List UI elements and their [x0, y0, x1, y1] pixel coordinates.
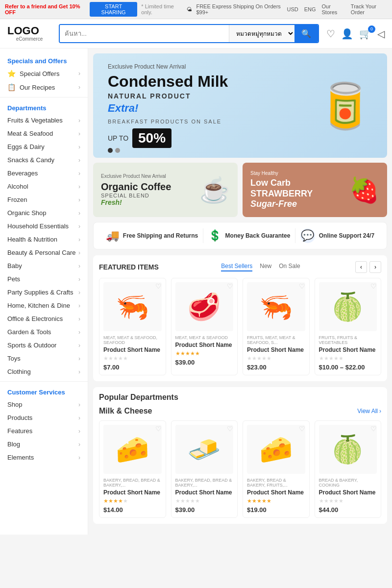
wishlist-icon[interactable]: ♡	[326, 28, 335, 40]
chevron-right-icon: ›	[78, 236, 80, 243]
product-wishlist-icon[interactable]: ♡	[155, 282, 162, 290]
sidebar-item-products[interactable]: Products ›	[0, 411, 88, 424]
product-wishlist-icon[interactable]: ♡	[370, 425, 377, 433]
chevron-right-icon: ›	[78, 428, 80, 435]
product-image: 🧀	[247, 425, 305, 474]
product-card-1[interactable]: 🧈 ♡ BAKERY, BREAD, BREAD & BAKERY,... Pr…	[171, 420, 238, 518]
product-card-3[interactable]: 🍈 ♡ FRUITS, FRUITS & VEGETABLES Product …	[315, 278, 382, 375]
sidebar-item-fruits-&-vegetables[interactable]: Fruits & Vegetables ›	[0, 114, 88, 127]
limited-text: * Limited time only.	[141, 3, 183, 15]
sidebar-item-special-offers[interactable]: ⭐ Special Offers ›	[0, 67, 88, 80]
product-image: 🦐	[247, 282, 305, 331]
product-card-3[interactable]: 🍈 ♡ BREAD & BAKERY, COOKING Product Shor…	[315, 420, 382, 518]
sidebar-item-organic-shop[interactable]: Organic Shop ›	[0, 206, 88, 220]
tab-best-sellers[interactable]: Best Sellers	[221, 263, 252, 271]
tab-on-sale[interactable]: On Sale	[279, 263, 300, 271]
search-button[interactable]: 🔍	[294, 25, 318, 42]
sidebar-label-special-offers: Special Offers	[20, 70, 59, 77]
hero-dot-2[interactable]	[115, 148, 120, 153]
chevron-right-icon: ›	[78, 289, 80, 296]
sidebar-item-clothing[interactable]: Clothing ›	[0, 365, 88, 378]
sub-banner-organic-coffee[interactable]: Exclusive Product New Arrival Organic Co…	[93, 163, 238, 217]
product-card-2[interactable]: 🧀 ♡ BAKERY, BREAD & BAKERY, FRUITS,... P…	[243, 420, 310, 518]
currency-select[interactable]: USD	[287, 6, 298, 12]
trust-divider-1	[203, 228, 203, 243]
sidebar-item-eggs-&-dairy[interactable]: Eggs & Dairy ›	[0, 140, 88, 153]
main-layout: Specials and Offers ⭐ Special Offers › 📋…	[0, 49, 392, 535]
search-input[interactable]	[60, 25, 229, 42]
sidebar-item-toys[interactable]: Toys ›	[0, 352, 88, 365]
tab-new[interactable]: New	[260, 263, 271, 271]
product-wishlist-icon[interactable]: ♡	[370, 282, 377, 290]
product-name: Product Short Name	[175, 489, 234, 496]
product-category: BAKERY, BREAD, BREAD & BAKERY,...	[175, 478, 234, 488]
chevron-right-icon: ›	[78, 263, 80, 270]
sidebar-item-label: Eggs & Dairy	[7, 143, 45, 150]
sub-banner-strawberry[interactable]: Stay Healthy Low CarbSTRAWBERRY Sugar-Fr…	[243, 163, 387, 217]
featured-next-button[interactable]: ›	[369, 261, 381, 273]
sidebar-item-baby[interactable]: Baby ›	[0, 259, 88, 272]
language-select[interactable]: ENG	[304, 6, 316, 12]
product-image: 🦐	[103, 282, 162, 331]
search-category-select[interactable]: หมวดหมู่ทุกหมวด	[229, 25, 294, 42]
sidebar-item-health-&-nutrition[interactable]: Health & Nutrition ›	[0, 233, 88, 246]
logo[interactable]: LOGO eCommerce	[7, 25, 51, 42]
product-card-0[interactable]: 🧀 ♡ BAKERY, BREAD, BREAD & BAKERY,... Pr…	[99, 420, 166, 518]
sidebar-item-shop[interactable]: Shop ›	[0, 398, 88, 411]
product-card-2[interactable]: 🦐 ♡ FRUITS, MEAT, MEAT & SEAFOOD, S... P…	[243, 278, 310, 375]
star-4: ★	[195, 498, 200, 504]
sidebar-item-elements[interactable]: Elements ›	[0, 451, 88, 464]
product-wishlist-icon[interactable]: ♡	[227, 282, 233, 290]
sidebar-item-label: Toys	[7, 355, 21, 362]
sidebar-item-our-recipes[interactable]: 📋 Our Recipes ›	[0, 80, 88, 94]
product-stars: ★★★★★	[319, 498, 377, 504]
product-card-0[interactable]: 🦐 ♡ MEAT, MEAT & SEAFOOD, SEAFOOD Produc…	[99, 278, 166, 375]
start-sharing-button[interactable]: START SHARING	[90, 2, 137, 17]
hero-upto-text: UP TO	[108, 134, 128, 142]
sidebar-item-office-&-electronics[interactable]: Office & Electronics ›	[0, 312, 88, 325]
product-name: Product Short Name	[175, 342, 234, 348]
product-wishlist-icon[interactable]: ♡	[299, 425, 305, 433]
product-image: 🍈	[319, 425, 377, 474]
sidebar-item-features[interactable]: Features ›	[0, 424, 88, 438]
view-all-link[interactable]: View All ›	[357, 408, 381, 415]
sidebar-item-pets[interactable]: Pets ›	[0, 272, 88, 286]
sidebar-item-meat-&-seafood[interactable]: Meat & Seafood ›	[0, 127, 88, 140]
featured-prev-button[interactable]: ‹	[355, 261, 367, 273]
product-card-1[interactable]: 🥩 ♡ MEAT, MEAT & SEAFOOD Product Short N…	[171, 278, 238, 375]
cart-icon[interactable]: 🛒 0	[359, 28, 371, 40]
refer-text: Refer to a friend and Get 10% OFF	[5, 3, 86, 15]
hero-dot-1[interactable]	[108, 148, 113, 153]
sidebar-item-blog[interactable]: Blog ›	[0, 438, 88, 451]
sidebar-item-beauty-&-personal-care[interactable]: Beauty & Personal Care ›	[0, 246, 88, 259]
sidebar-item-household-essentials[interactable]: Household Essentials ›	[0, 220, 88, 233]
featured-products-grid: 🦐 ♡ MEAT, MEAT & SEAFOOD, SEAFOOD Produc…	[99, 278, 381, 375]
shipping-icon: 🌤	[187, 6, 192, 12]
sidebar-item-garden-&-tools[interactable]: Garden & Tools ›	[0, 325, 88, 339]
star-2: ★	[329, 498, 334, 504]
star-3: ★	[118, 355, 123, 361]
star-3: ★	[190, 498, 195, 504]
product-wishlist-icon[interactable]: ♡	[227, 425, 233, 433]
sidebar-item-home,-kitchen-&-dine[interactable]: Home, Kitchen & Dine ›	[0, 299, 88, 312]
product-name: Product Short Name	[247, 489, 305, 496]
sidebar-item-frozen[interactable]: Frozen ›	[0, 193, 88, 206]
sidebar-item-beverages[interactable]: Beverages ›	[0, 167, 88, 180]
track-order-link[interactable]: Track Your Order	[351, 3, 387, 15]
stores-link[interactable]: Our Stores	[322, 3, 345, 15]
product-wishlist-icon[interactable]: ♡	[155, 425, 162, 433]
sidebar-item-alcohol[interactable]: Alcohol ›	[0, 180, 88, 193]
menu-toggle-icon[interactable]: ◁	[377, 28, 385, 40]
sidebar-item-snacks-&-candy[interactable]: Snacks & Candy ›	[0, 153, 88, 167]
sidebar-item-label: Party Supplies & Crafts	[7, 289, 73, 296]
product-stars: ★★★★★	[103, 355, 162, 362]
star-1: ★	[252, 355, 257, 361]
product-name: Product Short Name	[103, 346, 162, 353]
sidebar-item-party-supplies-&-crafts[interactable]: Party Supplies & Crafts ›	[0, 286, 88, 299]
sidebar-item-sports-&-outdoor[interactable]: Sports & Outdoor ›	[0, 339, 88, 352]
product-price: $19.00	[247, 506, 305, 514]
product-wishlist-icon[interactable]: ♡	[299, 282, 305, 290]
account-icon[interactable]: 👤	[341, 28, 353, 40]
product-category: MEAT, MEAT & SEAFOOD	[175, 335, 234, 340]
sidebar: Specials and Offers ⭐ Special Offers › 📋…	[0, 49, 88, 535]
